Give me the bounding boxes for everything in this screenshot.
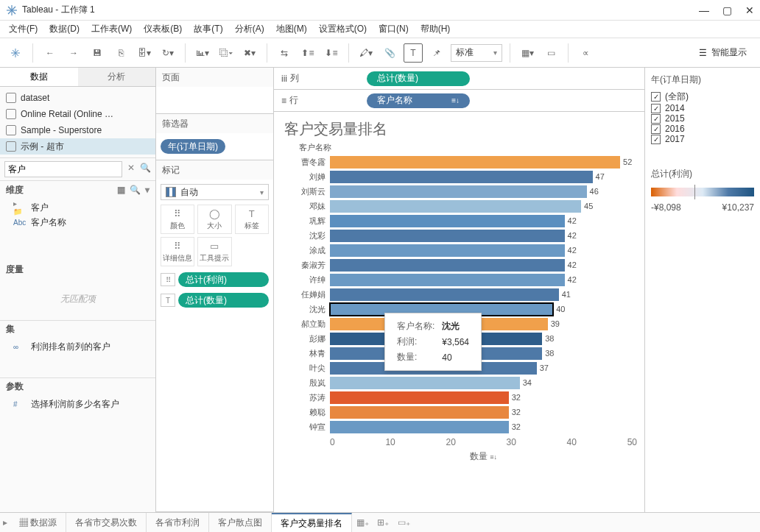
bar-row[interactable]: 刘斯云46 <box>278 184 637 199</box>
autoupdate-button[interactable]: ↻▾ <box>158 43 177 63</box>
mark-property[interactable]: ⠿详细信息 <box>161 237 194 266</box>
pin-button[interactable]: 📌︎ <box>427 43 446 63</box>
bar-row[interactable]: 苏涛32 <box>278 390 637 405</box>
color-legend-bar[interactable] <box>651 188 754 196</box>
filter-checkbox[interactable]: ✓2014 <box>651 103 754 113</box>
bar-row[interactable]: 秦淑芳42 <box>278 258 637 272</box>
bar-row[interactable]: 巩辉42 <box>278 213 637 228</box>
datasource-item[interactable]: 示例 - 超市 <box>0 138 155 155</box>
duplicate-button[interactable]: ⿻▾ <box>217 43 236 63</box>
filter-checkbox[interactable]: ✓2017 <box>651 134 754 144</box>
datasource-item[interactable]: Online Retail (Online … <box>0 106 155 122</box>
presentation-button[interactable]: ▭ <box>541 43 560 63</box>
axis-tick: 40 <box>567 437 577 447</box>
show-me-button[interactable]: ☰ 智能显示 <box>692 46 754 59</box>
field-item[interactable]: ∞利润排名前列的客户 <box>0 339 155 354</box>
refresh-button[interactable]: 🗄︎▾ <box>135 43 154 63</box>
menu-icon[interactable]: ▾ <box>145 185 149 195</box>
sheet-tab[interactable]: ▦ 数据源 <box>10 513 66 532</box>
clear-search-icon[interactable]: ✕ <box>125 163 137 176</box>
label-toggle-button[interactable]: T <box>404 43 423 63</box>
field-item[interactable]: Abc客户名称 <box>0 215 155 230</box>
bar-row[interactable]: 刘婵47 <box>278 169 637 184</box>
tableau-home-icon[interactable] <box>6 43 25 63</box>
menu-item[interactable]: 数据(D) <box>49 23 80 35</box>
tabs-leading-button[interactable]: ▸ <box>0 517 10 528</box>
menu-item[interactable]: 工作表(W) <box>91 23 132 35</box>
columns-icon: iii <box>281 74 287 84</box>
field-item[interactable]: #选择利润前多少名客户 <box>0 397 155 411</box>
new-sheet-button[interactable]: ▭₊ <box>393 517 414 528</box>
filter-pill-year[interactable]: 年(订单日期) <box>161 139 225 154</box>
field-item[interactable]: 📁客户 <box>0 200 155 215</box>
mark-encoding-pill[interactable]: T总计(数量) <box>161 291 269 309</box>
sheet-tab[interactable]: 客户交易量排名 <box>272 513 352 532</box>
bar-row[interactable]: 钟宣32 <box>278 419 637 434</box>
menu-item[interactable]: 窗口(N) <box>379 23 409 35</box>
bar-row[interactable]: 涂成42 <box>278 243 637 258</box>
tab-analysis[interactable]: 分析 <box>78 68 156 86</box>
pages-shelf[interactable]: 页面 <box>156 68 273 87</box>
sheet-tab[interactable]: 各省市交易次数 <box>66 513 147 532</box>
datasource-item[interactable]: dataset <box>0 90 155 106</box>
menu-item[interactable]: 故事(T) <box>194 23 222 35</box>
mark-property[interactable]: ▭工具提示 <box>197 237 231 266</box>
search-input[interactable] <box>4 161 122 177</box>
menu-item[interactable]: 文件(F) <box>9 23 38 35</box>
filter-checkbox[interactable]: ✓(全部) <box>651 91 754 103</box>
new-sheet-button[interactable]: ⊞₊ <box>373 517 393 528</box>
columns-pill[interactable]: 总计(数量) <box>367 71 470 86</box>
clear-button[interactable]: ✖▾ <box>240 43 259 63</box>
new-worksheet-button[interactable]: 📊︎▾ <box>193 43 212 63</box>
menu-item[interactable]: 分析(A) <box>235 23 264 35</box>
sort-asc-button[interactable]: ⬆≡ <box>298 43 317 63</box>
maximize-button[interactable]: ▢ <box>722 4 732 16</box>
highlight-button[interactable]: 🖍︎▾ <box>356 43 376 63</box>
menu-item[interactable]: 设置格式(O) <box>319 23 367 35</box>
attach-button[interactable]: 📎 <box>380 43 399 63</box>
menu-item[interactable]: 帮助(H) <box>421 23 451 35</box>
mark-property[interactable]: T标签 <box>235 205 269 234</box>
sort-desc-button[interactable]: ⬇≡ <box>322 43 341 63</box>
forward-button[interactable]: → <box>64 43 83 63</box>
measures-empty: 无匹配项 <box>0 278 155 320</box>
show-cards-button[interactable]: ▦▾ <box>518 43 537 63</box>
bar-row[interactable]: 许绅42 <box>278 272 637 287</box>
new-datasource-button[interactable]: ⎘ <box>111 43 130 63</box>
bar-row[interactable]: 邓妹45 <box>278 199 637 213</box>
fit-dropdown[interactable]: 标准 <box>451 44 502 62</box>
bar-row[interactable]: 曹冬露52 <box>278 155 637 169</box>
share-button[interactable]: ∝ <box>576 43 595 63</box>
swap-button[interactable]: ⇆ <box>275 43 294 63</box>
rows-label: 行 <box>289 94 298 107</box>
menu-item[interactable]: 仪表板(B) <box>144 23 182 35</box>
bar-row[interactable]: 任婵娟41 <box>278 287 637 302</box>
datasource-item[interactable]: Sample - Superstore <box>0 122 155 138</box>
viz-title[interactable]: 客户交易量排名 <box>274 112 644 142</box>
search-icon[interactable]: 🔍 <box>140 163 152 176</box>
menu-item[interactable]: 地图(M) <box>276 23 307 35</box>
save-button[interactable]: 💾︎ <box>88 43 107 63</box>
bar-row[interactable]: 沈彩42 <box>278 228 637 243</box>
sheet-tab[interactable]: 客户散点图 <box>209 513 272 532</box>
close-button[interactable]: ✕ <box>745 4 754 16</box>
mark-property[interactable]: ⠿颜色 <box>161 205 194 234</box>
filters-shelf[interactable]: 筛选器 <box>156 114 273 133</box>
minimize-button[interactable]: — <box>699 4 709 16</box>
tab-data[interactable]: 数据 <box>0 68 78 86</box>
bar-row[interactable]: 殷岚34 <box>278 375 637 390</box>
filter-checkbox[interactable]: ✓2016 <box>651 124 754 134</box>
sheet-tab[interactable]: 各省市利润 <box>147 513 209 532</box>
new-sheet-button[interactable]: ▦₊ <box>352 517 373 528</box>
view-grid-icon[interactable]: ▦ <box>117 185 125 195</box>
bar-row[interactable]: 赖聪32 <box>278 405 637 419</box>
tooltip: 客户名称:沈光 利润:¥3,564 数量:40 <box>384 313 482 371</box>
filter-checkbox[interactable]: ✓2015 <box>651 113 754 124</box>
back-button[interactable]: ← <box>41 43 60 63</box>
find-icon[interactable]: 🔍 <box>130 185 141 195</box>
marks-type-dropdown[interactable]: 自动 <box>161 184 269 200</box>
mark-property[interactable]: ◯大小 <box>197 205 231 234</box>
rows-pill[interactable]: 客户名称≡↓ <box>367 93 470 108</box>
rows-icon: ≡ <box>281 96 286 106</box>
mark-encoding-pill[interactable]: ⠿总计(利润) <box>161 271 269 288</box>
